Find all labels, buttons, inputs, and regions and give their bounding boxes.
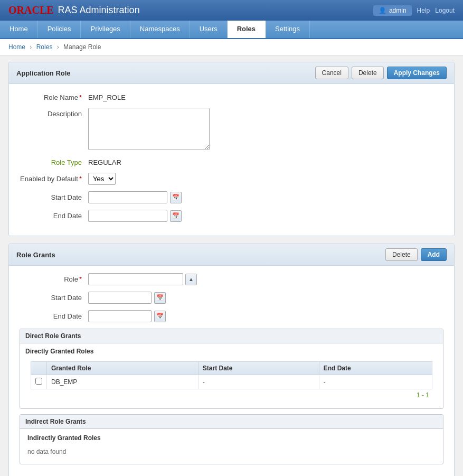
grants-end-date-label: End Date — [20, 310, 88, 320]
role-grants-body: Role* ▲ Start Date 📅 End Date — [9, 266, 454, 476]
tab-policies[interactable]: Policies — [38, 21, 81, 38]
grants-start-date-label: Start Date — [20, 292, 88, 302]
description-textarea[interactable] — [88, 108, 210, 150]
role-lookup-button[interactable]: ▲ — [185, 274, 197, 285]
app-title: RAS Administration — [58, 5, 140, 16]
granted-start-date-cell: - — [198, 375, 319, 389]
grants-start-date-input[interactable] — [88, 292, 152, 304]
granted-role-cell: DB_EMP — [47, 375, 199, 389]
tab-users[interactable]: Users — [190, 21, 228, 38]
breadcrumb-sep-1: › — [30, 43, 32, 51]
end-date-input[interactable] — [88, 210, 167, 222]
application-role-panel: Application Role Cancel Delete Apply Cha… — [8, 62, 455, 236]
logo-area: ORACLE RAS Administration — [8, 4, 140, 16]
application-role-header: Application Role Cancel Delete Apply Cha… — [9, 62, 454, 84]
breadcrumb-current: Manage Role — [63, 43, 101, 51]
role-name-value: EMP_ROLE — [88, 91, 126, 101]
main-content: Application Role Cancel Delete Apply Cha… — [0, 55, 463, 476]
col-end-date: End Date — [319, 362, 432, 375]
role-input-container: ▲ — [88, 273, 197, 285]
grants-role-input[interactable] — [88, 273, 183, 285]
role-grants-title: Role Grants — [16, 251, 55, 259]
description-label: Description — [20, 108, 88, 118]
breadcrumb-roles[interactable]: Roles — [36, 43, 53, 51]
direct-role-grants-title: Direct Role Grants — [20, 329, 443, 343]
role-grants-delete-button[interactable]: Delete — [385, 248, 418, 261]
direct-grants-body: Directly Granted Roles Granted Role Star… — [20, 343, 443, 408]
required-marker: * — [79, 94, 82, 101]
breadcrumb-sep-2: › — [57, 43, 59, 51]
role-type-label: Role Type — [20, 156, 88, 166]
end-date-label: End Date — [20, 210, 88, 220]
start-date-label: Start Date — [20, 191, 88, 201]
required-marker-2: * — [79, 175, 82, 183]
directly-granted-title: Directly Granted Roles — [25, 348, 438, 355]
breadcrumb-home[interactable]: Home — [8, 43, 25, 51]
role-grants-add-button[interactable]: Add — [421, 248, 447, 261]
application-role-title: Application Role — [16, 69, 71, 77]
role-type-value: REGULAR — [88, 156, 121, 166]
header: ORACLE RAS Administration 👤 admin Help L… — [0, 0, 463, 21]
grants-start-date-row: Start Date 📅 — [20, 292, 443, 304]
header-actions: 👤 admin Help Logout — [373, 5, 455, 16]
help-link[interactable]: Help — [417, 7, 430, 14]
role-type-row: Role Type REGULAR — [20, 156, 443, 166]
indirectly-granted-title: Indirectly Granted Roles — [27, 434, 436, 442]
end-date-calendar-icon[interactable]: 📅 — [170, 210, 182, 222]
grants-end-date-input[interactable] — [88, 310, 152, 322]
col-start-date: Start Date — [198, 362, 319, 375]
direct-role-grants-panel: Direct Role Grants Directly Granted Role… — [20, 329, 443, 409]
description-row: Description — [20, 108, 443, 150]
grants-role-row: Role* ▲ — [20, 273, 443, 285]
breadcrumb: Home › Roles › Manage Role — [0, 39, 463, 55]
cancel-button[interactable]: Cancel — [315, 67, 348, 79]
direct-grants-pagination: 1 - 1 — [31, 389, 432, 401]
navigation: Home Policies Privileges Namespaces User… — [0, 21, 463, 39]
delete-button[interactable]: Delete — [352, 67, 384, 79]
directly-granted-table-container: Granted Role Start Date End Date — [25, 358, 438, 404]
enabled-default-label: Enabled by Default* — [20, 173, 88, 183]
granted-end-date-cell: - — [319, 375, 432, 389]
end-date-row: End Date 📅 — [20, 210, 443, 222]
username-label: admin — [389, 7, 407, 14]
person-icon: 👤 — [379, 7, 386, 14]
enabled-default-row: Enabled by Default* Yes No — [20, 173, 443, 185]
tab-privileges[interactable]: Privileges — [81, 21, 130, 38]
start-date-row: Start Date 📅 — [20, 191, 443, 203]
grants-end-date-row: End Date 📅 — [20, 310, 443, 322]
role-grants-header: Role Grants Delete Add — [9, 244, 454, 266]
role-name-row: Role Name* EMP_ROLE — [20, 91, 443, 101]
start-date-input[interactable] — [88, 191, 167, 203]
tab-roles[interactable]: Roles — [228, 21, 266, 38]
indirect-role-grants-title: Indirect Role Grants — [20, 415, 443, 429]
row-checkbox[interactable] — [35, 378, 42, 385]
directly-granted-table: Granted Role Start Date End Date — [31, 361, 432, 389]
col-granted-role: Granted Role — [47, 362, 199, 375]
grants-end-date-container: 📅 — [88, 310, 166, 322]
grants-role-label: Role* — [20, 273, 88, 283]
oracle-logo: ORACLE — [8, 4, 54, 16]
enabled-default-select[interactable]: Yes No — [88, 173, 116, 185]
tab-home[interactable]: Home — [0, 21, 38, 38]
grants-end-calendar-icon[interactable]: 📅 — [154, 311, 166, 322]
tab-namespaces[interactable]: Namespaces — [130, 21, 190, 38]
logout-link[interactable]: Logout — [435, 7, 455, 14]
end-date-container: 📅 — [88, 210, 182, 222]
grants-start-calendar-icon[interactable]: 📅 — [154, 292, 166, 304]
table-row: DB_EMP - - — [31, 375, 432, 389]
apply-changes-button[interactable]: Apply Changes — [387, 67, 447, 79]
user-badge: 👤 admin — [373, 5, 412, 16]
col-checkbox — [31, 362, 47, 375]
row-checkbox-cell — [31, 375, 47, 389]
start-date-calendar-icon[interactable]: 📅 — [170, 192, 182, 203]
role-grants-actions: Delete Add — [385, 248, 447, 261]
grants-start-date-container: 📅 — [88, 292, 166, 304]
no-data-label: no data found — [27, 445, 436, 459]
application-role-actions: Cancel Delete Apply Changes — [315, 67, 447, 79]
required-marker-3: * — [79, 275, 82, 283]
application-role-body: Role Name* EMP_ROLE Description Role Typ… — [9, 84, 454, 236]
start-date-container: 📅 — [88, 191, 182, 203]
tab-settings[interactable]: Settings — [266, 21, 310, 38]
role-name-label: Role Name* — [20, 91, 88, 101]
role-grants-panel: Role Grants Delete Add Role* ▲ Start Dat… — [8, 244, 455, 476]
